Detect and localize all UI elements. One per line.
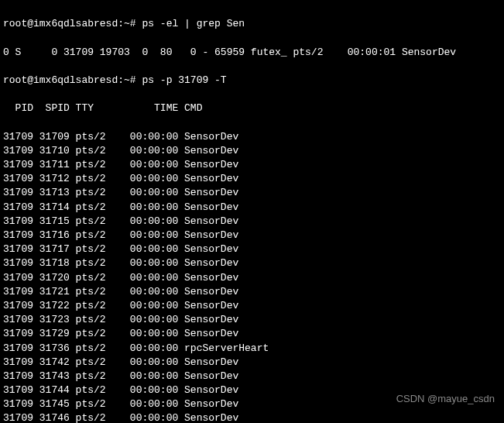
- ps-row: 31709 31742 pts/2 00:00:00 SensorDev: [3, 356, 501, 370]
- ps-row: 31709 31746 pts/2 00:00:00 SensorDev: [3, 411, 501, 423]
- ps-row: 31709 31723 pts/2 00:00:00 SensorDev: [3, 313, 501, 327]
- ps-row: 31709 31717 pts/2 00:00:00 SensorDev: [3, 242, 501, 256]
- prompt: root@imx6qdlsabresd:~#: [3, 18, 136, 29]
- ps-row: 31709 31718 pts/2 00:00:00 SensorDev: [3, 256, 501, 270]
- ps-row: 31709 31743 pts/2 00:00:00 SensorDev: [3, 370, 501, 383]
- ps-row: 31709 31709 pts/2 00:00:00 SensorDev: [3, 130, 501, 144]
- command-1: ps -el | grep Sen: [142, 18, 245, 29]
- ps-header: PID SPID TTY TIME CMD: [3, 101, 501, 115]
- ps-row: 31709 31716 pts/2 00:00:00 SensorDev: [3, 229, 501, 242]
- ps-row: 31709 31721 pts/2 00:00:00 SensorDev: [3, 285, 501, 299]
- ps-row: 31709 31713 pts/2 00:00:00 SensorDev: [3, 186, 501, 200]
- ps-row: 31709 31715 pts/2 00:00:00 SensorDev: [3, 215, 501, 229]
- ps-row: 31709 31736 pts/2 00:00:00 rpcServerHear…: [3, 342, 501, 356]
- watermark: CSDN @mayue_csdn: [396, 392, 495, 406]
- ps-row: 31709 31729 pts/2 00:00:00 SensorDev: [3, 327, 501, 341]
- terminal[interactable]: root@imx6qdlsabresd:~# ps -el | grep Sen…: [3, 3, 501, 423]
- prompt: root@imx6qdlsabresd:~#: [3, 74, 136, 86]
- ps-row: 31709 31710 pts/2 00:00:00 SensorDev: [3, 144, 501, 158]
- prompt-line-2: root@imx6qdlsabresd:~# ps -p 31709 -T: [3, 74, 501, 88]
- ps-row: 31709 31714 pts/2 00:00:00 SensorDev: [3, 201, 501, 215]
- prompt-line-1: root@imx6qdlsabresd:~# ps -el | grep Sen: [3, 17, 501, 31]
- ps-row: 31709 31711 pts/2 00:00:00 SensorDev: [3, 158, 501, 172]
- ps-row: 31709 31722 pts/2 00:00:00 SensorDev: [3, 299, 501, 313]
- ps-row: 31709 31712 pts/2 00:00:00 SensorDev: [3, 172, 501, 186]
- command-2: ps -p 31709 -T: [142, 74, 226, 86]
- ps-output-rows: 31709 31709 pts/2 00:00:00 SensorDev3170…: [3, 130, 501, 423]
- cmd1-output: 0 S 0 31709 19703 0 80 0 - 65959 futex_ …: [3, 46, 501, 60]
- ps-row: 31709 31720 pts/2 00:00:00 SensorDev: [3, 271, 501, 285]
